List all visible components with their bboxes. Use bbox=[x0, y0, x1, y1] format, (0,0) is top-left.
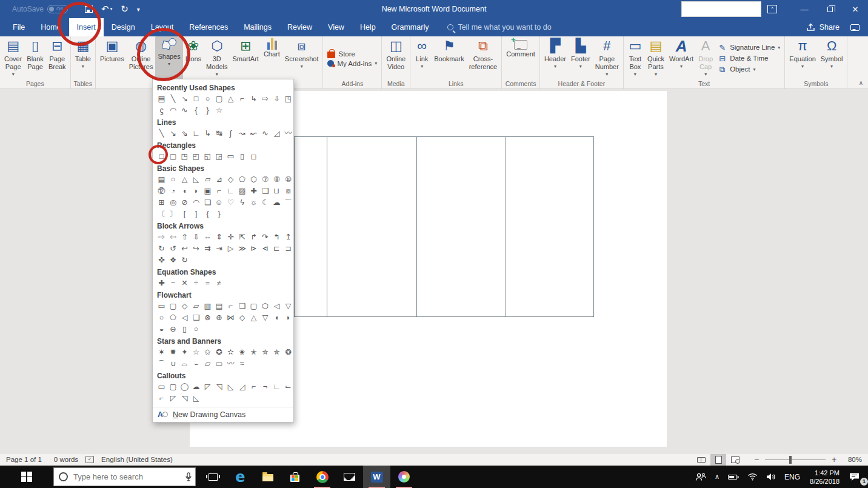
cover-page-button[interactable]: Cover Page bbox=[2, 36, 24, 80]
shape-flowchart-11[interactable] bbox=[282, 301, 294, 312]
shape-lines-11[interactable] bbox=[282, 128, 294, 139]
shape-stars-and-banners-16[interactable] bbox=[202, 358, 213, 370]
shape-block-arrows-3[interactable] bbox=[190, 232, 202, 243]
shape-flowchart-8[interactable] bbox=[248, 301, 259, 312]
shape-block-arrows-23[interactable] bbox=[282, 243, 294, 255]
shape-flowchart-3[interactable] bbox=[190, 301, 202, 312]
table-button[interactable]: Table bbox=[73, 36, 93, 80]
shape-basic-shapes-31[interactable] bbox=[236, 197, 248, 209]
shape-equation-shapes-3[interactable] bbox=[190, 278, 202, 289]
shape-lines-6[interactable] bbox=[225, 128, 236, 139]
shape-callouts-4[interactable] bbox=[202, 381, 213, 393]
shape-flowchart-25[interactable] bbox=[167, 324, 179, 335]
shape-rectangles-3[interactable] bbox=[190, 151, 202, 162]
shape-flowchart-19[interactable] bbox=[236, 312, 248, 324]
shape-callouts-13[interactable] bbox=[167, 393, 179, 404]
shape-basic-shapes-4[interactable] bbox=[202, 174, 213, 186]
shape-basic-shapes-24[interactable] bbox=[156, 197, 167, 209]
close-button[interactable]: ✕ bbox=[843, 0, 868, 18]
shape-flowchart-7[interactable] bbox=[236, 301, 248, 312]
tab-layout[interactable]: Layout bbox=[143, 18, 182, 36]
print-layout-button[interactable] bbox=[710, 454, 726, 466]
taskbar-paint3d[interactable] bbox=[390, 466, 418, 488]
shape-basic-shapes-5[interactable] bbox=[213, 174, 225, 186]
shape-callouts-11[interactable] bbox=[282, 381, 294, 393]
shape-block-arrows-14[interactable] bbox=[179, 243, 190, 255]
shape-basic-shapes-23[interactable] bbox=[282, 186, 294, 197]
shape-block-arrows-1[interactable] bbox=[167, 232, 179, 243]
shape-stars-and-banners-1[interactable] bbox=[167, 347, 179, 358]
shape-equation-shapes-4[interactable] bbox=[202, 278, 213, 289]
shape-basic-shapes-36[interactable] bbox=[156, 209, 167, 220]
shape-stars-and-banners-0[interactable] bbox=[156, 347, 167, 358]
zoom-in-button[interactable]: + bbox=[830, 455, 838, 464]
undo-button[interactable]: ↶▾ bbox=[101, 4, 112, 15]
shape-stars-and-banners-10[interactable] bbox=[271, 347, 282, 358]
shape-flowchart-21[interactable] bbox=[259, 312, 271, 324]
shape-block-arrows-0[interactable] bbox=[156, 232, 167, 243]
shape-stars-and-banners-7[interactable] bbox=[236, 347, 248, 358]
shape-recently-used-shapes-11[interactable] bbox=[282, 93, 294, 105]
shape-flowchart-4[interactable] bbox=[202, 301, 213, 312]
feedback-icon[interactable] bbox=[850, 24, 860, 31]
page-number-button[interactable]: Page Number bbox=[593, 36, 621, 80]
shape-lines-3[interactable] bbox=[190, 128, 202, 139]
wifi-indicator[interactable] bbox=[743, 466, 762, 488]
shape-basic-shapes-29[interactable] bbox=[213, 197, 225, 209]
document-table[interactable] bbox=[294, 136, 594, 317]
tab-help[interactable]: Help bbox=[352, 18, 384, 36]
shape-lines-0[interactable] bbox=[156, 128, 167, 139]
shape-lines-8[interactable] bbox=[248, 128, 259, 139]
shape-stars-and-banners-6[interactable] bbox=[225, 347, 236, 358]
shape-callouts-14[interactable] bbox=[179, 393, 190, 404]
zoom-out-button[interactable]: − bbox=[753, 455, 760, 464]
shape-basic-shapes-11[interactable] bbox=[282, 174, 294, 186]
shape-flowchart-20[interactable] bbox=[248, 312, 259, 324]
shape-flowchart-27[interactable] bbox=[190, 324, 202, 335]
shape-flowchart-0[interactable] bbox=[156, 301, 167, 312]
shape-block-arrows-20[interactable] bbox=[248, 243, 259, 255]
shape-lines-9[interactable] bbox=[259, 128, 271, 139]
tab-review[interactable]: Review bbox=[279, 18, 320, 36]
shape-block-arrows-4[interactable] bbox=[202, 232, 213, 243]
shape-stars-and-banners-19[interactable] bbox=[236, 358, 248, 370]
search-input[interactable] bbox=[73, 472, 180, 481]
shape-basic-shapes-33[interactable] bbox=[259, 197, 271, 209]
shape-basic-shapes-28[interactable] bbox=[202, 197, 213, 209]
web-layout-button[interactable] bbox=[727, 454, 743, 466]
shape-block-arrows-11[interactable] bbox=[282, 232, 294, 243]
tab-insert[interactable]: Insert bbox=[69, 18, 104, 36]
shape-basic-shapes-6[interactable] bbox=[225, 174, 236, 186]
shape-stars-and-banners-17[interactable] bbox=[213, 358, 225, 370]
shape-lines-5[interactable] bbox=[213, 128, 225, 139]
shape-recently-used-shapes-15[interactable] bbox=[190, 105, 202, 116]
shape-basic-shapes-41[interactable] bbox=[213, 209, 225, 220]
new-drawing-canvas-item[interactable]: A New Drawing Canvas bbox=[153, 407, 293, 422]
shape-equation-shapes-0[interactable] bbox=[156, 278, 167, 289]
autosave-switch[interactable]: Off bbox=[47, 5, 68, 13]
shape-recently-used-shapes-9[interactable] bbox=[259, 93, 271, 105]
shape-recently-used-shapes-17[interactable] bbox=[213, 105, 225, 116]
shape-recently-used-shapes-14[interactable] bbox=[179, 105, 190, 116]
shape-rectangles-4[interactable] bbox=[202, 151, 213, 162]
shape-basic-shapes-0[interactable] bbox=[156, 174, 167, 186]
shape-rectangles-5[interactable] bbox=[213, 151, 225, 162]
shape-block-arrows-18[interactable] bbox=[225, 243, 236, 255]
signature-line-button[interactable]: Signature Line bbox=[718, 43, 780, 52]
shape-basic-shapes-35[interactable] bbox=[282, 197, 294, 209]
shape-flowchart-6[interactable] bbox=[225, 301, 236, 312]
shape-basic-shapes-14[interactable] bbox=[179, 186, 190, 197]
word-count-status[interactable]: 0 words bbox=[48, 456, 84, 463]
taskbar-chrome[interactable] bbox=[309, 466, 336, 488]
taskbar-search[interactable] bbox=[53, 467, 196, 486]
shape-flowchart-22[interactable] bbox=[271, 312, 282, 324]
shape-flowchart-15[interactable] bbox=[190, 312, 202, 324]
shape-block-arrows-2[interactable] bbox=[179, 232, 190, 243]
shape-basic-shapes-20[interactable] bbox=[248, 186, 259, 197]
shape-block-arrows-8[interactable] bbox=[248, 232, 259, 243]
taskbar-edge[interactable]: e bbox=[227, 466, 254, 488]
shape-recently-used-shapes-3[interactable] bbox=[190, 93, 202, 105]
save-button[interactable] bbox=[85, 5, 93, 13]
quick-parts-button[interactable]: Quick Parts bbox=[645, 36, 667, 80]
shape-flowchart-17[interactable] bbox=[213, 312, 225, 324]
